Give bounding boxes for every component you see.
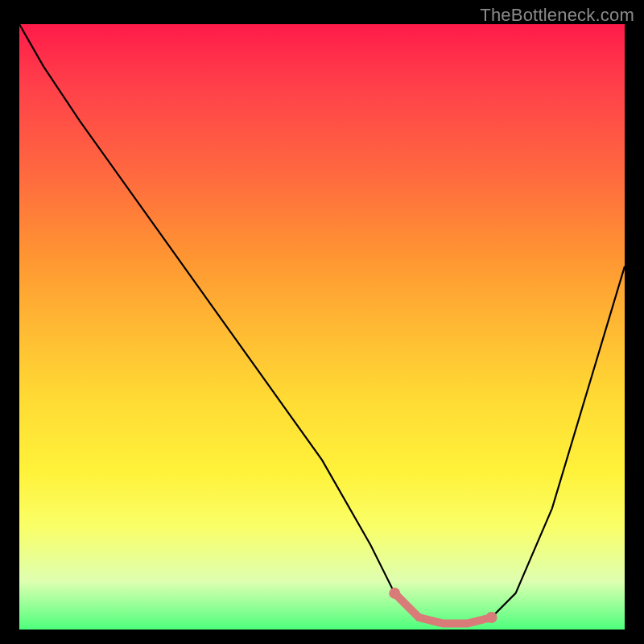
- trough-dot-left: [389, 588, 400, 599]
- curve-path: [19, 24, 625, 624]
- attribution-text: TheBottleneck.com: [480, 5, 634, 26]
- chart-container: TheBottleneck.com: [0, 0, 644, 644]
- trough-dot-right: [486, 612, 497, 623]
- plot-frame: [19, 24, 625, 630]
- bottleneck-curve: [19, 24, 625, 630]
- trough-highlight: [394, 593, 491, 624]
